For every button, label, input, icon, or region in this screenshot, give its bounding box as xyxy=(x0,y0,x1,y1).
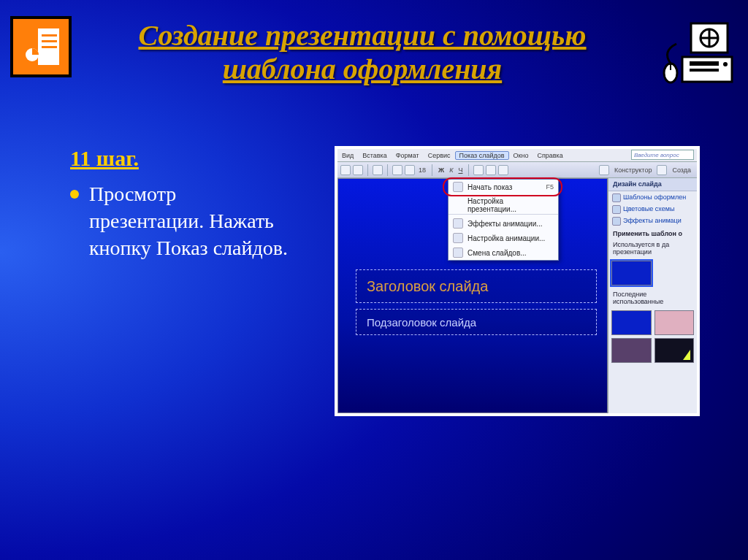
bullet-body: Просмотр презентации. Нажать кнопку Пока… xyxy=(70,181,289,262)
underline-btn[interactable]: Ч xyxy=(457,166,464,174)
pane-anim-link[interactable]: Эффекты анимаци xyxy=(608,215,697,226)
anim-setup-icon xyxy=(453,233,463,243)
constructor-icon[interactable] xyxy=(599,165,609,175)
title-placeholder[interactable]: Заголовок слайда xyxy=(356,269,597,303)
toolbar-icon[interactable] xyxy=(373,165,383,175)
constructor-label[interactable]: Конструктор xyxy=(611,166,654,174)
toolbar-icon[interactable] xyxy=(486,165,496,175)
slide-title: Создание презентации с помощью шаблона о… xyxy=(85,19,640,86)
subtitle-placeholder[interactable]: Подзаголовок слайда xyxy=(356,309,597,335)
menu-start-shortcut: F5 xyxy=(546,183,554,191)
menu-format[interactable]: Формат xyxy=(392,152,424,159)
bold-btn[interactable]: Ж xyxy=(437,166,446,174)
toolbar-icon[interactable] xyxy=(353,165,363,175)
pane-colors-link[interactable]: Цветовые схемы xyxy=(608,203,697,215)
menu-slide-transition[interactable]: Смена слайдов... xyxy=(449,245,558,260)
menu-anim-setup[interactable]: Настройка анимации... xyxy=(449,231,558,245)
menu-anim-setup-label: Настройка анимации... xyxy=(468,234,545,242)
slideshow-dropdown: Начать показ F5 Настройка презентации...… xyxy=(448,179,559,261)
toolbar-icon[interactable] xyxy=(473,165,484,175)
menu-anim-effects-label: Эффекты анимации... xyxy=(468,220,543,228)
font-size[interactable]: 18 xyxy=(417,166,427,174)
svg-point-13 xyxy=(723,62,728,66)
menu-setup-label: Настройка презентации... xyxy=(468,197,554,213)
toolbar-icon[interactable] xyxy=(498,165,508,175)
toolbar-sep xyxy=(468,164,469,176)
menu-separator xyxy=(449,214,558,215)
pane-heading: Дизайн слайда xyxy=(608,178,697,191)
menu-slide-transition-label: Смена слайдов... xyxy=(468,249,527,257)
pane-templates-link[interactable]: Шаблоны оформлен xyxy=(608,191,697,203)
toolbar-icon[interactable] xyxy=(392,165,402,175)
design-task-pane: Дизайн слайда Шаблоны оформлен Цветовые … xyxy=(608,178,697,413)
transition-icon xyxy=(453,248,463,258)
step-heading: 11 шаг. xyxy=(70,146,304,171)
template-thumb[interactable] xyxy=(654,338,695,363)
svg-rect-3 xyxy=(42,34,57,37)
toolbar-icon[interactable] xyxy=(340,165,351,175)
powerpoint-screenshot: Вид Вставка Формат Сервис Показ слайдов … xyxy=(335,146,700,416)
menu-anim-effects[interactable]: Эффекты анимации... xyxy=(449,216,558,231)
slide-logo xyxy=(10,16,72,77)
menu-start-label: Начать показ xyxy=(468,183,512,191)
menu-start-show[interactable]: Начать показ F5 xyxy=(449,180,558,194)
menu-separator xyxy=(449,196,558,196)
anim-icon xyxy=(453,218,463,229)
menu-insert[interactable]: Вставка xyxy=(358,152,391,159)
pane-apply-label: Применить шаблон о xyxy=(608,226,697,239)
menu-help[interactable]: Справка xyxy=(533,152,567,159)
template-thumb[interactable] xyxy=(611,338,652,363)
template-thumb[interactable] xyxy=(654,310,695,335)
pp-menubar: Вид Вставка Формат Сервис Показ слайдов … xyxy=(337,149,697,162)
slide-title-line1: Создание презентации с помощью xyxy=(138,19,586,52)
pane-used-label: Используется в да презентации xyxy=(608,239,697,258)
menu-slideshow[interactable]: Показ слайдов xyxy=(455,151,509,160)
toolbar-sep xyxy=(387,164,388,176)
toolbar-sep xyxy=(432,164,432,176)
slide-canvas: Начать показ F5 Настройка презентации...… xyxy=(337,178,608,413)
toolbar-icon[interactable] xyxy=(405,165,415,175)
svg-rect-5 xyxy=(42,46,57,48)
help-search-box[interactable]: Введите вопрос xyxy=(631,150,694,160)
toolbar-sep xyxy=(367,164,368,176)
svg-rect-12 xyxy=(690,69,719,72)
svg-rect-4 xyxy=(42,40,57,42)
italic-btn[interactable]: К xyxy=(448,166,454,174)
slide-title-line2: шаблона оформления xyxy=(223,53,502,85)
template-thumb[interactable] xyxy=(611,261,652,285)
presentation-icon xyxy=(21,27,61,66)
svg-rect-11 xyxy=(690,61,719,66)
play-icon xyxy=(453,182,463,192)
pp-toolbar: 18 Ж К Ч Конструктор Созда xyxy=(337,162,697,178)
computer-decoration xyxy=(653,16,733,95)
create-icon[interactable] xyxy=(657,165,667,175)
menu-window[interactable]: Окно xyxy=(509,152,533,159)
menu-setup-show[interactable]: Настройка презентации... xyxy=(449,198,558,212)
pane-recent-label: Последние использованные xyxy=(608,288,697,307)
menu-view[interactable]: Вид xyxy=(337,152,358,159)
create-label[interactable]: Созда xyxy=(669,166,694,174)
menu-tools[interactable]: Сервис xyxy=(424,152,455,159)
template-thumb[interactable] xyxy=(611,310,652,335)
